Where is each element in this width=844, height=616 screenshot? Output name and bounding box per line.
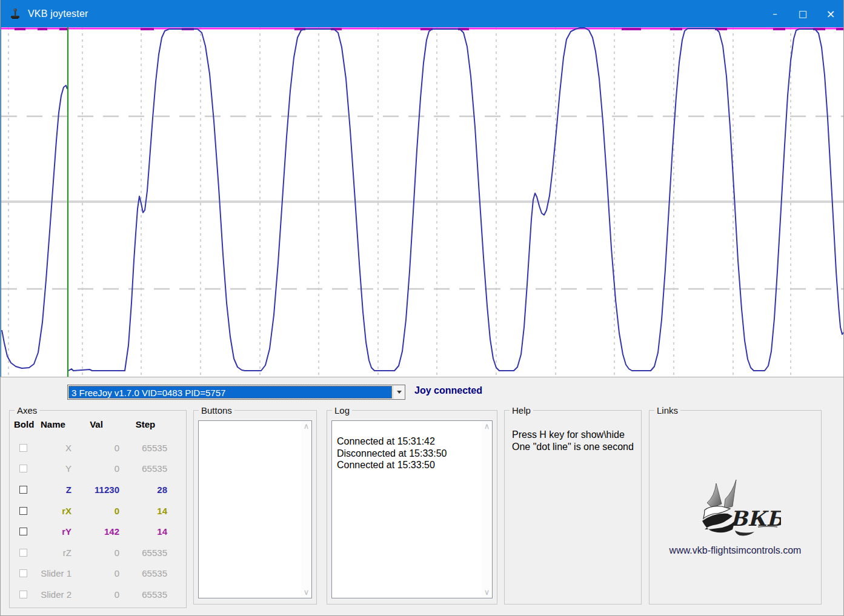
bold-checkbox-x — [19, 444, 27, 452]
scroll-down-icon[interactable]: ∨ — [484, 587, 490, 598]
axis-name: rY — [36, 526, 71, 537]
minimize-button[interactable]: – — [761, 0, 789, 27]
scroll-up-icon[interactable]: ∧ — [304, 421, 310, 432]
joystick-icon — [8, 7, 22, 21]
log-groupbox-label: Log — [332, 405, 352, 416]
log-line: Disconnected at 15:33:50 — [337, 448, 477, 460]
scroll-up-icon[interactable]: ∧ — [484, 421, 490, 432]
help-groupbox: Help Press H key for show\hide One "dot … — [504, 410, 642, 604]
axes-row-ry: rY14214 — [10, 521, 186, 542]
help-line-2: One "dot line" is one second — [512, 441, 634, 453]
bold-checkbox-ry[interactable] — [19, 528, 27, 535]
axis-value: 0 — [71, 568, 121, 578]
axis-name: Slider 2 — [36, 589, 71, 600]
axis-step: 65535 — [121, 589, 170, 600]
axes-groupbox-label: Axes — [15, 405, 39, 416]
axes-header-step: Step — [121, 419, 170, 429]
device-select-dropdown-button[interactable] — [393, 385, 405, 399]
axis-name: Y — [36, 463, 71, 474]
axis-step: 65535 — [121, 548, 170, 558]
axis-step: 65535 — [121, 568, 170, 578]
axes-header-bold: Bold — [10, 419, 36, 429]
axis-value: 0 — [71, 589, 121, 600]
axis-name: Z — [36, 485, 71, 495]
vkb-logo: ВКБ — [690, 479, 781, 541]
axis-step: 65535 — [121, 443, 170, 453]
axes-header-val: Val — [71, 419, 121, 429]
connection-status: Joy connected — [414, 385, 482, 396]
maximize-button[interactable]: □ — [789, 0, 817, 27]
links-groupbox: Links ВКБ www.vkb-flightsimcontrols.com — [649, 410, 822, 604]
axis-value: 0 — [71, 506, 121, 516]
axes-row-rx: rX014 — [10, 500, 186, 522]
help-groupbox-label: Help — [510, 405, 533, 416]
axes-table-rows: X065535Y065535Z1123028rX014rY14214rZ0655… — [10, 437, 186, 605]
log-groupbox: Log Connected at 15:31:42Disconnected at… — [327, 410, 497, 604]
axes-groupbox: Axes Bold Name Val Step X065535Y065535Z1… — [9, 410, 187, 608]
help-text: Press H key for show\hide One "dot line"… — [512, 429, 634, 453]
axis-value: 0 — [71, 443, 121, 453]
svg-text:ВКБ: ВКБ — [730, 506, 781, 531]
title-bar: VKB joytester – □ × — [1, 0, 844, 27]
device-select-value[interactable]: 3 FreeJoy v1.7.0 VID=0483 PID=5757 — [68, 386, 392, 399]
axis-name: Slider 1 — [36, 568, 71, 578]
bold-checkbox-z[interactable] — [19, 486, 27, 494]
axis-value: 0 — [71, 463, 121, 474]
buttons-groupbox: Buttons ∧ ∨ — [193, 410, 317, 604]
axis-step: 28 — [121, 485, 170, 495]
bold-checkbox-rx[interactable] — [19, 507, 27, 515]
axes-row-x: X065535 — [10, 437, 186, 459]
bold-checkbox-y — [19, 465, 27, 472]
log-listbox[interactable]: Connected at 15:31:42Disconnected at 15:… — [331, 420, 493, 598]
axes-header-name: Name — [36, 419, 71, 429]
control-panel: 3 FreeJoy v1.7.0 VID=0483 PID=5757 Joy c… — [1, 377, 844, 616]
bold-checkbox-rz — [19, 549, 27, 557]
axis-oscilloscope-plot — [1, 27, 844, 377]
close-button[interactable]: × — [817, 0, 844, 27]
bold-checkbox-slider1 — [19, 569, 27, 577]
axis-step: 14 — [121, 526, 170, 537]
axis-name: rZ — [36, 548, 71, 558]
bold-checkbox-slider2 — [19, 591, 27, 598]
scroll-down-icon[interactable]: ∨ — [304, 587, 310, 598]
vkb-website-link[interactable]: www.vkb-flightsimcontrols.com — [650, 545, 821, 556]
axis-step: 14 — [121, 506, 170, 516]
axes-table-header: Bold Name Val Step — [10, 419, 186, 429]
axes-row-z: Z1123028 — [10, 479, 186, 500]
axis-step: 65535 — [121, 463, 170, 474]
chevron-down-icon — [397, 391, 402, 394]
log-line: Connected at 15:31:42 — [337, 436, 477, 448]
buttons-listbox[interactable]: ∧ ∨ — [198, 420, 312, 598]
log-scrollbar[interactable]: ∧ ∨ — [482, 421, 492, 598]
buttons-scrollbar[interactable]: ∧ ∨ — [301, 421, 311, 598]
log-lines: Connected at 15:31:42Disconnected at 15:… — [337, 436, 477, 471]
axis-name: X — [36, 443, 71, 453]
window-title: VKB joytester — [28, 8, 88, 19]
device-select[interactable]: 3 FreeJoy v1.7.0 VID=0483 PID=5757 — [67, 385, 405, 400]
axis-value: 0 — [71, 548, 121, 558]
axis-name: rX — [36, 506, 71, 516]
axes-row-rz: rZ065535 — [10, 542, 186, 563]
axes-row-slider2: Slider 2065535 — [10, 584, 186, 605]
log-line: Connected at 15:33:50 — [337, 459, 477, 471]
axes-row-slider1: Slider 1065535 — [10, 563, 186, 585]
waveform-svg — [1, 27, 844, 377]
axis-value: 11230 — [71, 485, 121, 495]
help-line-1: Press H key for show\hide — [512, 429, 634, 441]
axis-value: 142 — [71, 526, 121, 537]
buttons-groupbox-label: Buttons — [199, 405, 234, 416]
links-groupbox-label: Links — [654, 405, 680, 416]
axes-row-y: Y065535 — [10, 459, 186, 480]
